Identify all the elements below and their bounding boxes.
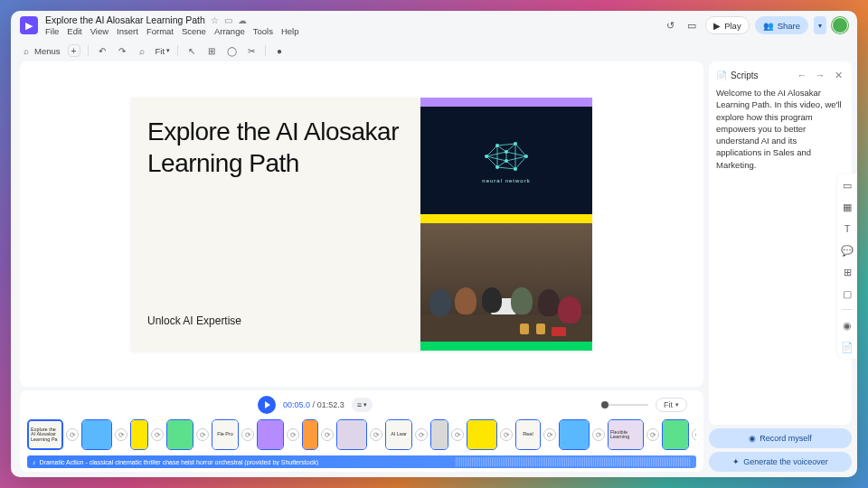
share-dropdown-icon[interactable]: ▾ <box>814 16 826 34</box>
folder-icon[interactable]: ▭ <box>224 15 232 25</box>
transition-button[interactable]: ⟳ <box>196 428 209 441</box>
record-myself-button[interactable]: ◉Record myself <box>709 428 852 448</box>
audio-waveform <box>456 457 691 466</box>
menu-format[interactable]: Format <box>146 26 174 36</box>
timeline-scene[interactable] <box>81 419 112 450</box>
zoom-icon[interactable]: ⌕ <box>136 44 148 57</box>
menu-view[interactable]: View <box>90 26 108 36</box>
transition-button[interactable]: ⟳ <box>287 428 299 441</box>
menu-help[interactable]: Help <box>281 26 299 36</box>
doc-title[interactable]: Explore the AI Alosakar Learning Path <box>45 14 205 25</box>
generate-voiceover-button[interactable]: ✦Generate the voiceover <box>709 452 852 472</box>
transition-button[interactable]: ⟳ <box>646 428 659 441</box>
timeline-scene[interactable]: AI Lear <box>385 419 412 450</box>
transition-button[interactable]: ⟳ <box>500 428 513 441</box>
rail-image-icon[interactable]: ▦ <box>841 201 854 213</box>
timeline-fit[interactable]: Fit▾ <box>656 398 687 412</box>
transition-button[interactable]: ⟳ <box>415 428 428 441</box>
timeline-scene[interactable] <box>302 419 318 450</box>
rail-scripts-icon[interactable]: 📄 <box>841 341 854 353</box>
menu-edit[interactable]: Edit <box>67 26 81 36</box>
search-icon: ⌕ <box>20 44 33 57</box>
text-tool-icon[interactable]: ⊞ <box>205 44 218 57</box>
crop-icon[interactable]: ✂ <box>245 44 258 57</box>
timeline-scene[interactable] <box>257 419 284 450</box>
scripts-header: 📄Scripts ← → ✕ <box>716 69 844 87</box>
rail-template-icon[interactable]: ⊞ <box>841 266 854 278</box>
search-menus[interactable]: ⌕Menus <box>20 44 61 57</box>
rail-record-icon[interactable]: ◉ <box>841 319 854 332</box>
undo-icon[interactable]: ↶ <box>96 44 108 57</box>
svg-point-7 <box>495 165 499 169</box>
purple-band <box>420 98 592 107</box>
neural-network-image[interactable]: neural network <box>420 107 592 214</box>
timeline-scene[interactable] <box>662 419 689 450</box>
transition-button[interactable]: ⟳ <box>370 428 382 441</box>
timeline-scene[interactable]: Real <box>515 419 541 450</box>
rail-chat-icon[interactable]: 💬 <box>841 244 854 257</box>
scripts-close-icon[interactable]: ✕ <box>832 69 844 81</box>
rail-scene-icon[interactable]: ▭ <box>841 179 854 192</box>
team-meeting-image[interactable] <box>420 223 592 342</box>
slide-title[interactable]: Explore the AI Alosakar Learning Path <box>147 116 404 179</box>
user-avatar[interactable] <box>832 17 848 33</box>
audio-label: Dramatic Action - classical cinematic th… <box>40 459 319 465</box>
share-button[interactable]: 👥Share <box>755 16 808 34</box>
transition-button[interactable]: ⟳ <box>451 428 464 441</box>
redo-icon[interactable]: ↷ <box>116 44 128 57</box>
scripts-prev-icon[interactable]: ← <box>796 69 808 81</box>
transition-button[interactable]: ⟳ <box>66 428 79 441</box>
timeline-scene[interactable] <box>467 419 497 450</box>
history-icon[interactable]: ↺ <box>662 17 678 33</box>
svg-point-3 <box>514 142 517 145</box>
script-text[interactable]: Welcome to the AI Alosakar Learning Path… <box>716 87 844 418</box>
cloud-icon[interactable]: ☁ <box>238 15 247 25</box>
rail-text-icon[interactable]: T <box>841 222 854 235</box>
transition-button[interactable]: ⟳ <box>321 428 334 441</box>
menu-arrange[interactable]: Arrange <box>214 26 245 36</box>
timeline-scene[interactable] <box>130 419 148 450</box>
audio-track[interactable]: ♪ Dramatic Action - classical cinematic … <box>27 455 696 468</box>
timeline-scene[interactable] <box>166 419 193 450</box>
side-rail: ▭ ▦ T 💬 ⊞ ▢ ◉ 📄 <box>837 174 857 359</box>
right-column: 📄Scripts ← → ✕ Welcome to the AI Alosaka… <box>709 61 852 472</box>
pointer-icon[interactable]: ↖ <box>185 44 198 57</box>
playback-speed[interactable]: ≡ ▾ <box>352 398 373 412</box>
transition-button[interactable]: ⟳ <box>241 428 254 441</box>
timeline-scene[interactable] <box>559 419 590 450</box>
play-button[interactable]: ▶Play <box>705 16 749 34</box>
zoom-fit[interactable]: Fit▾ <box>156 46 171 56</box>
timeline-scene[interactable]: Fle Pro <box>212 419 239 450</box>
slide-subtitle[interactable]: Unlock AI Expertise <box>147 314 404 333</box>
timeline-play-button[interactable] <box>258 396 276 414</box>
timeline-scene[interactable]: Explore the AI Alosakar Learning Pa <box>27 419 63 450</box>
time-display: 00:05.0 / 01:52.3 <box>283 400 344 409</box>
slide[interactable]: Explore the AI Alosakar Learning Path Un… <box>131 98 592 351</box>
yellow-band <box>420 214 592 223</box>
transition-button[interactable]: ⟳ <box>543 428 556 441</box>
timeline-scene[interactable] <box>430 419 448 450</box>
shape-tool-icon[interactable]: ◯ <box>225 44 238 57</box>
scripts-next-icon[interactable]: → <box>814 69 826 81</box>
add-icon[interactable]: + <box>68 44 80 57</box>
canvas[interactable]: Explore the AI Alosakar Learning Path Un… <box>20 61 703 387</box>
zoom-slider[interactable] <box>601 404 648 406</box>
menu-tools[interactable]: Tools <box>253 26 273 36</box>
transition-button[interactable]: ⟳ <box>592 428 605 441</box>
rail-folder-icon[interactable]: ▢ <box>841 287 854 300</box>
app-logo[interactable]: ▶ <box>20 16 38 34</box>
transition-button[interactable]: ⟳ <box>115 428 127 441</box>
menu-scene[interactable]: Scene <box>182 26 206 36</box>
menu-insert[interactable]: Insert <box>117 26 138 36</box>
menu-file[interactable]: File <box>45 26 59 36</box>
svg-point-1 <box>495 144 499 147</box>
left-column: Explore the AI Alosakar Learning Path Un… <box>20 61 703 472</box>
timeline-track[interactable]: Explore the AI Alosakar Learning Pa⟳⟳⟳⟳F… <box>27 418 696 452</box>
timeline-scene[interactable]: Flexible Learning <box>608 419 644 450</box>
transition-button[interactable]: ⟳ <box>151 428 164 441</box>
timeline-scene[interactable] <box>336 419 367 450</box>
record-tool-icon[interactable]: ● <box>273 44 286 57</box>
star-icon[interactable]: ☆ <box>211 15 219 25</box>
transition-button[interactable]: ⟳ <box>692 428 696 441</box>
present-icon[interactable]: ▭ <box>684 17 700 33</box>
